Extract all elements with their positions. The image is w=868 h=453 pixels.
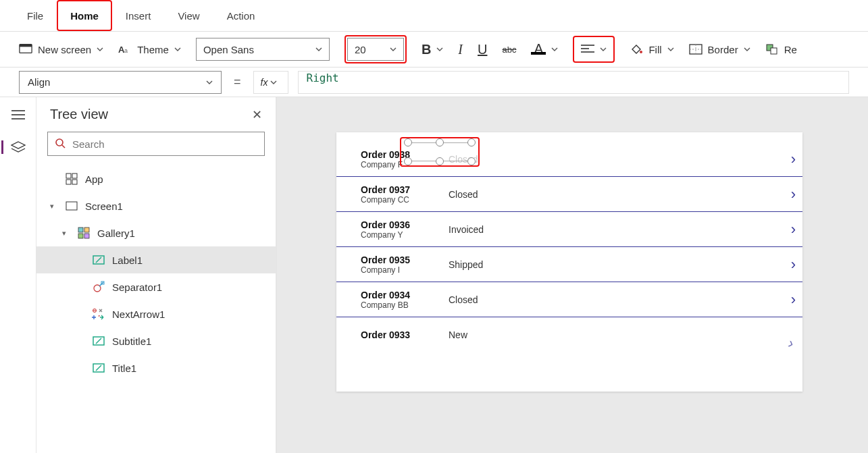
tree-node-label: Label1 xyxy=(112,255,143,266)
order-title: Order 0937 xyxy=(361,184,449,195)
strikethrough-icon: abc xyxy=(502,45,516,55)
chevron-right-icon[interactable]: › xyxy=(763,256,796,273)
chevron-right-icon[interactable]: › xyxy=(763,151,796,168)
gallery[interactable]: Order 0938 Company F Closed › xyxy=(336,132,802,352)
font-color-button[interactable]: A xyxy=(531,44,558,55)
tree-node-nextarrow[interactable]: NextArrow1 xyxy=(36,300,276,327)
search-icon xyxy=(55,138,66,151)
chevron-right-icon[interactable]: › xyxy=(763,221,796,238)
svg-line-17 xyxy=(62,145,65,148)
font-size-highlight: 20 xyxy=(344,35,407,63)
align-highlight xyxy=(573,36,615,63)
fill-label: Fill xyxy=(648,44,661,55)
italic-icon: I xyxy=(458,42,463,57)
layers-icon xyxy=(11,141,26,153)
tree-node-app[interactable]: App xyxy=(46,165,266,192)
tree-node-separator[interactable]: Separator1 xyxy=(36,273,276,300)
expand-icon[interactable]: ▾ xyxy=(62,229,70,238)
new-screen-button[interactable]: New screen xyxy=(19,43,103,56)
gallery-icon xyxy=(77,226,91,240)
tree-node-gallery[interactable]: ▾ Gallery1 xyxy=(46,219,266,246)
menu-bar: File Home Insert View Action xyxy=(0,0,868,31)
tree-search[interactable] xyxy=(47,132,265,156)
selection-handles[interactable] xyxy=(408,142,471,161)
app-icon xyxy=(65,172,78,186)
chevron-down-icon xyxy=(744,46,750,53)
bold-button[interactable]: B xyxy=(422,42,443,57)
menu-tab-insert[interactable]: Insert xyxy=(112,0,165,31)
chevron-right-icon[interactable]: › xyxy=(763,291,796,309)
order-subtitle: Company Y xyxy=(361,230,449,240)
tree-node-label: Subtitle1 xyxy=(112,336,151,347)
tree-node-label: Gallery1 xyxy=(97,228,135,239)
expand-icon[interactable]: ▾ xyxy=(50,202,58,211)
menu-tab-action[interactable]: Action xyxy=(213,0,269,31)
svg-rect-24 xyxy=(84,228,89,232)
property-selector[interactable]: Align xyxy=(19,71,222,94)
fill-button[interactable]: Fill xyxy=(630,43,673,56)
underline-icon: U xyxy=(478,42,487,57)
tree-view-rail-button[interactable] xyxy=(1,140,26,154)
gallery-row[interactable]: Order 0935 Company I Shipped › xyxy=(336,247,802,282)
italic-button[interactable]: I xyxy=(458,42,463,57)
reorder-button[interactable]: Re xyxy=(765,43,797,56)
theme-icon: Aa xyxy=(118,43,132,56)
selection-highlight xyxy=(400,137,480,167)
svg-rect-18 xyxy=(66,174,71,178)
strikethrough-button[interactable]: abc xyxy=(502,45,516,55)
order-title: Order 0934 xyxy=(361,290,449,300)
label-icon xyxy=(92,334,105,348)
font-name-combo[interactable]: Open Sans xyxy=(196,38,330,61)
fx-label: fx xyxy=(261,77,268,88)
border-button[interactable]: Border xyxy=(689,43,750,56)
gallery-row[interactable]: Order 0934 Company BB Closed › xyxy=(336,282,802,317)
svg-rect-1 xyxy=(20,45,32,47)
canvas-area[interactable]: Order 0938 Company F Closed › xyxy=(277,97,868,453)
svg-point-7 xyxy=(640,51,642,53)
order-subtitle: Company I xyxy=(361,265,449,275)
chevron-right-icon[interactable]: › xyxy=(760,325,796,352)
order-title: Order 0936 xyxy=(361,219,449,230)
chevron-down-icon xyxy=(667,46,674,53)
gallery-row[interactable]: Order 0938 Company F Closed › xyxy=(336,142,802,177)
theme-button[interactable]: Aa Theme xyxy=(118,43,181,56)
text-align-button[interactable] xyxy=(576,38,612,60)
tree-search-input[interactable] xyxy=(71,138,257,151)
tree-node-label1[interactable]: Label1 xyxy=(36,246,276,273)
status-label: Invoiced xyxy=(449,224,763,235)
tree-node-title[interactable]: Title1 xyxy=(36,354,276,381)
gallery-row[interactable]: Order 0936 Company Y Invoiced › xyxy=(336,212,802,247)
svg-rect-19 xyxy=(72,174,77,178)
svg-text:a: a xyxy=(124,47,128,54)
tree: App ▾ Screen1 ▾ Gallery1 Label1 Separato… xyxy=(46,165,266,381)
status-label: Shipped xyxy=(449,259,763,270)
tree-node-subtitle[interactable]: Subtitle1 xyxy=(36,327,276,354)
left-rail xyxy=(0,97,36,453)
chevron-down-icon xyxy=(206,79,213,86)
hamburger-button[interactable] xyxy=(10,108,26,122)
order-subtitle: Company BB xyxy=(361,300,449,310)
chevron-down-icon xyxy=(390,46,397,53)
reorder-icon xyxy=(765,43,779,56)
chevron-right-icon[interactable]: › xyxy=(763,186,796,203)
align-left-icon xyxy=(581,43,594,56)
fx-button[interactable]: fx xyxy=(253,71,288,94)
chevron-down-icon xyxy=(315,46,322,53)
chevron-down-icon xyxy=(551,46,558,53)
menu-tab-home[interactable]: Home xyxy=(57,0,112,31)
label-icon xyxy=(92,253,105,267)
svg-rect-26 xyxy=(84,234,89,238)
separator-icon xyxy=(92,280,105,294)
screen-canvas[interactable]: Order 0938 Company F Closed › xyxy=(336,132,802,392)
gallery-row[interactable]: Order 0937 Company CC Closed › xyxy=(336,177,802,212)
order-title: Order 0933 xyxy=(361,329,449,340)
gallery-row[interactable]: Order 0933 New › xyxy=(336,317,802,352)
formula-input[interactable]: Right xyxy=(298,71,849,94)
nextarrow-icon xyxy=(92,307,105,321)
underline-button[interactable]: U xyxy=(478,42,487,57)
font-size-combo[interactable]: 20 xyxy=(347,38,404,61)
tree-node-screen[interactable]: ▾ Screen1 xyxy=(46,192,266,219)
close-icon[interactable]: ✕ xyxy=(252,107,262,122)
menu-tab-file[interactable]: File xyxy=(14,0,57,31)
menu-tab-view[interactable]: View xyxy=(164,0,213,31)
